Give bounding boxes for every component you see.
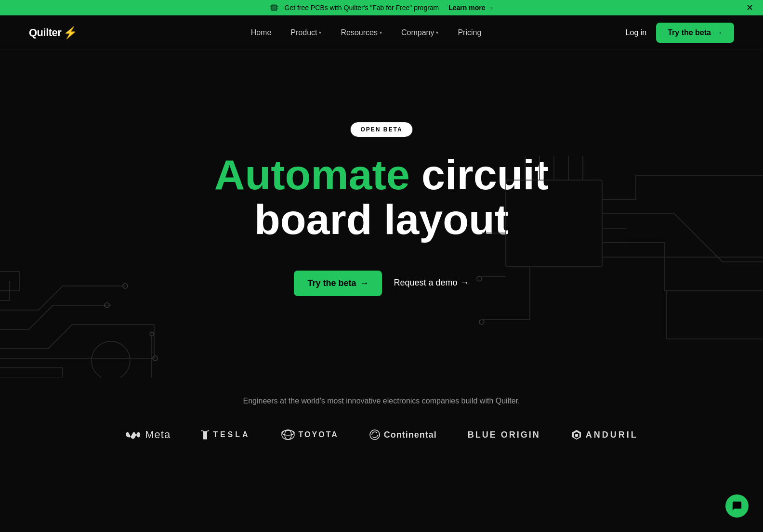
learn-more-link[interactable]: Learn more → (448, 4, 494, 12)
pcb-icon (269, 4, 279, 11)
try-beta-nav-button[interactable]: Try the beta → (656, 23, 734, 43)
continental-logo-text: Continental (384, 430, 437, 440)
blue-origin-logo: BLUE ORIGIN (468, 430, 540, 440)
pcb-chip-icon (269, 4, 279, 11)
svg-rect-3 (270, 8, 271, 9)
continental-logo: Continental (369, 429, 437, 440)
logo-text: Quilter (29, 26, 61, 39)
svg-rect-5 (277, 8, 278, 9)
logo[interactable]: Quilter ⚡ (29, 26, 78, 39)
nav-resources[interactable]: Resources ▾ (333, 25, 389, 41)
banner-close-button[interactable]: ✕ (746, 3, 753, 12)
toyota-logo: TOYOTA (281, 429, 339, 440)
meta-logo-text: Meta (145, 428, 171, 441)
navbar: Quilter ⚡ Home Product ▾ Resources ▾ Com… (0, 15, 763, 50)
nav-home[interactable]: Home (243, 25, 279, 41)
arrow-icon: → (715, 28, 723, 37)
nav-right: Log in Try the beta → (626, 23, 734, 43)
svg-rect-4 (277, 6, 278, 7)
logo-arrow-icon: ⚡ (63, 26, 78, 39)
anduril-logo-text: ANDURIL (586, 430, 638, 440)
chat-button[interactable] (725, 494, 749, 518)
toyota-logo-text: TOYOTA (299, 430, 339, 439)
svg-rect-1 (272, 6, 276, 10)
logos-section: Engineers at the world's most innovative… (0, 377, 763, 470)
login-link[interactable]: Log in (626, 28, 647, 37)
chevron-down-icon: ▾ (380, 30, 382, 35)
toyota-logo-icon (281, 429, 295, 440)
continental-logo-icon (369, 429, 380, 440)
nav-pricing[interactable]: Pricing (450, 25, 489, 41)
logos-tagline: Engineers at the world's most innovative… (29, 397, 734, 405)
chevron-down-icon: ▾ (436, 30, 438, 35)
anduril-logo: ANDURIL (571, 429, 638, 440)
chat-icon (732, 501, 742, 511)
svg-rect-2 (270, 6, 271, 7)
announcement-banner: Get free PCBs with Quilter's "Fab for Fr… (0, 0, 763, 15)
nav-links: Home Product ▾ Resources ▾ Company ▾ Pri… (106, 25, 625, 41)
banner-text: Get free PCBs with Quilter's "Fab for Fr… (285, 4, 439, 12)
svg-point-26 (282, 430, 294, 435)
anduril-logo-icon (571, 429, 582, 440)
tesla-logo-icon (201, 430, 209, 440)
tesla-logo-text: TESLA (213, 430, 250, 439)
chevron-down-icon: ▾ (319, 30, 321, 35)
hero-section: OPEN BETA Automate circuit board layout … (0, 50, 763, 377)
nav-company[interactable]: Company ▾ (394, 25, 446, 41)
svg-marker-30 (575, 434, 578, 437)
svg-point-23 (479, 320, 484, 324)
svg-point-9 (92, 341, 130, 377)
svg-point-22 (477, 276, 482, 281)
meta-logo-icon (125, 430, 141, 440)
meta-logo: Meta (125, 428, 171, 441)
pcb-decoration (0, 50, 763, 377)
blue-origin-logo-text: BLUE ORIGIN (468, 430, 540, 440)
tesla-logo: TESLA (201, 430, 250, 440)
logos-row: Meta TESLA TOYOTA Co (29, 428, 734, 441)
nav-product[interactable]: Product ▾ (283, 25, 329, 41)
svg-rect-11 (506, 180, 602, 267)
svg-point-27 (370, 430, 380, 440)
